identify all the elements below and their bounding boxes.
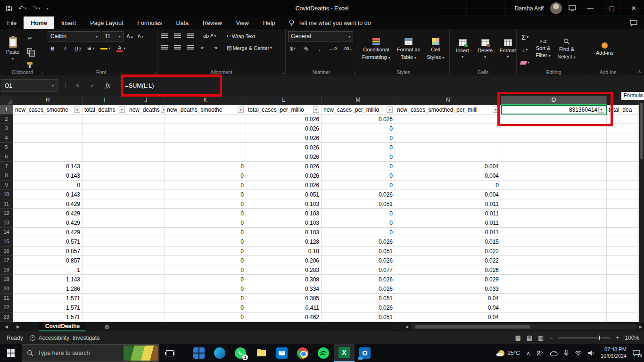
cell-O6[interactable] bbox=[501, 152, 607, 162]
row-header-16[interactable]: 16 bbox=[0, 247, 13, 256]
user-name[interactable]: Darsha Asif bbox=[515, 5, 544, 12]
row-header-17[interactable]: 17 bbox=[0, 256, 13, 265]
cell-M10[interactable]: 0.026 bbox=[322, 190, 395, 199]
cell-L2[interactable]: 0.026 bbox=[246, 115, 322, 124]
cancel-entry-icon[interactable]: × bbox=[76, 82, 80, 89]
cell-M19[interactable]: 0.026 bbox=[322, 275, 395, 284]
fill-color-button[interactable]: ▾ bbox=[99, 43, 112, 53]
cell-N20[interactable]: 0.033 bbox=[395, 284, 501, 294]
cell-P13[interactable] bbox=[607, 218, 639, 228]
cell-I2[interactable] bbox=[83, 115, 127, 124]
alignment-dialog-launcher[interactable]: ⌟ bbox=[282, 70, 284, 74]
find-select-button[interactable]: Find & Select ▾ bbox=[555, 31, 578, 67]
cell-O23[interactable] bbox=[501, 313, 607, 322]
cell-K13[interactable]: 0 bbox=[165, 218, 246, 228]
cell-J6[interactable] bbox=[127, 152, 165, 162]
people-icon[interactable] bbox=[537, 350, 544, 356]
cell-J17[interactable] bbox=[127, 256, 165, 265]
user-avatar[interactable] bbox=[550, 2, 562, 14]
comma-style-button[interactable]: , bbox=[314, 43, 324, 53]
row-header-2[interactable]: 2 bbox=[0, 115, 13, 124]
weather-tray[interactable]: 25°C bbox=[498, 350, 520, 356]
cell-M17[interactable]: 0.026 bbox=[322, 256, 395, 265]
cell-L18[interactable]: 0.283 bbox=[246, 265, 322, 275]
cell-J2[interactable] bbox=[127, 115, 165, 124]
cell-J22[interactable] bbox=[127, 303, 165, 313]
normal-view-button[interactable]: ▦ bbox=[515, 334, 520, 341]
cell-H15[interactable]: 0.571 bbox=[13, 237, 83, 247]
cell-H2[interactable] bbox=[13, 115, 83, 124]
row-header-21[interactable]: 21 bbox=[0, 294, 13, 303]
filter-button-M[interactable]: ▼ bbox=[387, 107, 393, 113]
tab-data[interactable]: Data bbox=[169, 16, 195, 29]
cell-O10[interactable] bbox=[501, 190, 607, 199]
cell-P6[interactable] bbox=[607, 152, 639, 162]
cell-N16[interactable]: 0.022 bbox=[395, 247, 501, 256]
cell-H21[interactable]: 1.571 bbox=[13, 294, 83, 303]
taskbar-file-explorer[interactable] bbox=[251, 344, 272, 362]
clear-button[interactable]: ▾ bbox=[519, 58, 531, 67]
cell-P1[interactable]: total_dea bbox=[607, 105, 639, 115]
start-button[interactable] bbox=[0, 344, 22, 362]
cell-H14[interactable]: 0.429 bbox=[13, 228, 83, 237]
cell-I20[interactable] bbox=[83, 284, 127, 294]
cell-M16[interactable]: 0.051 bbox=[322, 247, 395, 256]
cell-I23[interactable] bbox=[83, 313, 127, 322]
cell-N4[interactable] bbox=[395, 133, 501, 143]
format-cells-button[interactable]: Format ▾ bbox=[497, 31, 518, 67]
cell-L11[interactable]: 0.103 bbox=[246, 199, 322, 209]
cell-I7[interactable] bbox=[83, 162, 127, 171]
percent-style-button[interactable]: % bbox=[301, 43, 311, 53]
cell-J4[interactable] bbox=[127, 133, 165, 143]
row-header-15[interactable]: 15 bbox=[0, 237, 13, 247]
tab-home[interactable]: Home bbox=[24, 16, 54, 29]
cell-K20[interactable]: 0 bbox=[165, 284, 246, 294]
cell-J1[interactable]: new_deaths▼ bbox=[127, 105, 165, 115]
cell-M6[interactable]: 0 bbox=[322, 152, 395, 162]
row-header-10[interactable]: 10 bbox=[0, 190, 13, 199]
taskbar-edge[interactable] bbox=[209, 344, 230, 362]
select-all-corner[interactable] bbox=[0, 96, 13, 105]
font-name-select[interactable]: Calibri▾ bbox=[48, 31, 100, 41]
number-dialog-launcher[interactable]: ⌟ bbox=[354, 70, 355, 74]
cell-I21[interactable] bbox=[83, 294, 127, 303]
column-header-M[interactable]: M bbox=[322, 96, 395, 105]
cell-M1[interactable]: new_cases_per_millio▼ bbox=[322, 105, 395, 115]
cell-I11[interactable] bbox=[83, 199, 127, 209]
cell-N8[interactable]: 0.004 bbox=[395, 171, 501, 181]
cell-J14[interactable] bbox=[127, 228, 165, 237]
font-dialog-launcher[interactable]: ⌟ bbox=[154, 70, 156, 74]
cell-N18[interactable]: 0.026 bbox=[395, 265, 501, 275]
undo-button[interactable]: ↶▾ bbox=[18, 5, 26, 12]
cell-K12[interactable]: 0 bbox=[165, 209, 246, 218]
cell-K15[interactable]: 0 bbox=[165, 237, 246, 247]
task-view-button[interactable] bbox=[159, 344, 180, 362]
cell-L19[interactable]: 0.308 bbox=[246, 275, 322, 284]
clipboard-dialog-launcher[interactable]: ⌟ bbox=[41, 70, 43, 74]
cell-O12[interactable] bbox=[501, 209, 607, 218]
column-header-N[interactable]: N bbox=[395, 96, 501, 105]
cell-J13[interactable] bbox=[127, 218, 165, 228]
cell-N9[interactable]: 0 bbox=[395, 181, 501, 190]
taskbar-mail[interactable] bbox=[272, 344, 292, 362]
cell-H11[interactable]: 0.429 bbox=[13, 199, 83, 209]
cell-I8[interactable] bbox=[83, 171, 127, 181]
name-box[interactable]: O1 ▾ bbox=[1, 79, 58, 92]
microphone-icon[interactable] bbox=[564, 350, 569, 356]
cell-I1[interactable]: total_deaths▼ bbox=[83, 105, 127, 115]
vertical-scroll-thumb[interactable] bbox=[640, 103, 643, 159]
cell-J3[interactable] bbox=[127, 124, 165, 133]
cell-O3[interactable] bbox=[501, 124, 607, 133]
cell-O5[interactable] bbox=[501, 143, 607, 152]
cell-P23[interactable] bbox=[607, 313, 639, 322]
merge-center-button[interactable]: ▤Merge & Center▾ bbox=[225, 43, 273, 53]
row-header-1[interactable]: 1 bbox=[0, 105, 13, 115]
cell-N15[interactable]: 0.015 bbox=[395, 237, 501, 247]
tab-insert[interactable]: Insert bbox=[54, 16, 83, 29]
cell-P3[interactable] bbox=[607, 124, 639, 133]
save-button[interactable] bbox=[6, 5, 12, 12]
cell-K22[interactable]: 0 bbox=[165, 303, 246, 313]
cell-L9[interactable]: 0.026 bbox=[246, 181, 322, 190]
column-header-J[interactable]: J bbox=[127, 96, 165, 105]
underline-button[interactable]: U▾ bbox=[73, 43, 83, 53]
